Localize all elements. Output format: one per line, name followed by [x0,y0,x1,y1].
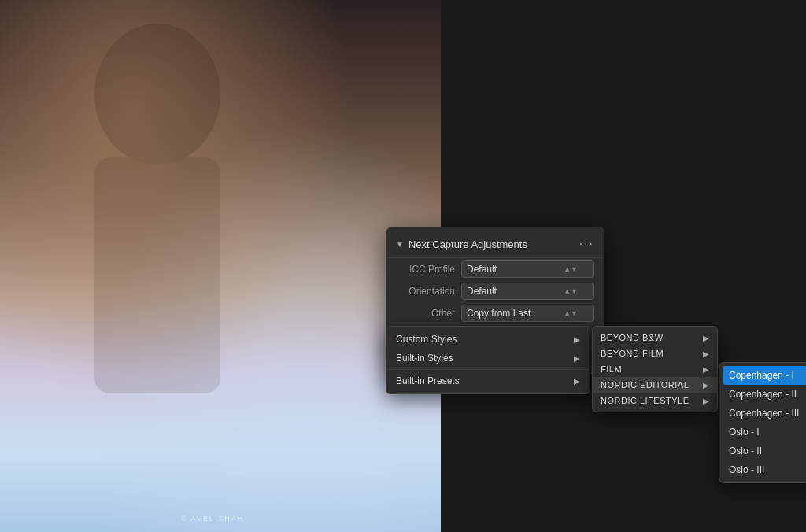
nordic-editorial-item[interactable]: NORDIC EDITORIAL ▶ [593,377,717,393]
beyond-film-item[interactable]: BEYOND FILM ▶ [593,345,717,361]
builtin-presets-label: Built-in Presets [396,375,460,386]
builtin-styles-arrow: ▶ [574,354,580,363]
panel-chevron-icon: ▼ [396,240,404,249]
icc-profile-row: ICC Profile Default ▲▼ [386,258,604,280]
orientation-value: Default [467,286,497,297]
nordic-editorial-submenu: Copenhagen - I Copenhagen - II Copenhage… [719,362,806,483]
beyond-bw-label: BEYOND B&W [601,333,664,342]
oslo-ii-item[interactable]: Oslo - II [721,441,806,460]
custom-styles-label: Custom Styles [396,334,457,345]
svg-rect-1 [94,157,220,393]
svg-point-0 [94,24,220,165]
nordic-lifestyle-label: NORDIC LIFESTYLE [601,396,690,405]
oslo-i-item[interactable]: Oslo - I [721,423,806,441]
nordic-lifestyle-arrow: ▶ [703,397,709,405]
beyond-film-arrow: ▶ [703,349,709,358]
orientation-select[interactable]: Default ▲▼ [461,283,594,300]
builtin-styles-submenu: BEYOND B&W ▶ BEYOND FILM ▶ FILM ▶ NORDIC… [592,326,718,412]
builtin-presets-arrow: ▶ [574,377,580,386]
orientation-label: Orientation [396,286,455,297]
copenhagen-i-label: Copenhagen - I [729,370,794,381]
icc-profile-arrows: ▲▼ [564,266,578,273]
builtin-presets-item[interactable]: Built-in Presets ▶ [386,371,590,390]
orientation-arrows: ▲▼ [564,288,578,295]
builtin-styles-item[interactable]: Built-in Styles ▶ [386,349,590,368]
photo-svg [0,0,441,532]
panel-header: ▼ Next Capture Adjustments ··· [386,234,604,258]
panel-more-button[interactable]: ··· [579,237,594,251]
oslo-i-label: Oslo - I [729,427,760,438]
custom-styles-item[interactable]: Custom Styles ▶ [386,330,590,349]
copenhagen-ii-label: Copenhagen - II [729,389,797,400]
oslo-iii-item[interactable]: Oslo - III [721,460,806,479]
copenhagen-iii-label: Copenhagen - III [729,408,799,419]
other-row: Other Copy from Last ▲▼ [386,302,604,324]
copenhagen-i-item[interactable]: Copenhagen - I [723,366,806,385]
other-label: Other [396,308,455,319]
other-arrows: ▲▼ [564,310,578,317]
nordic-lifestyle-item[interactable]: NORDIC LIFESTYLE ▶ [593,393,717,408]
copenhagen-ii-item[interactable]: Copenhagen - II [721,385,806,404]
beyond-bw-arrow: ▶ [703,334,709,342]
icc-profile-label: ICC Profile [396,264,455,275]
menu-divider [386,369,590,370]
copenhagen-iii-item[interactable]: Copenhagen - III [721,404,806,423]
photo-background [0,0,441,532]
oslo-iii-label: Oslo - III [729,464,764,475]
beyond-film-label: BEYOND FILM [601,349,664,358]
orientation-row: Orientation Default ▲▼ [386,280,604,302]
styles-menu-panel: Custom Styles ▶ Built-in Styles ▶ Built-… [386,326,590,394]
watermark: © AVEL SHAH [181,515,244,523]
other-select[interactable]: Copy from Last ▲▼ [461,305,594,322]
icc-profile-select[interactable]: Default ▲▼ [461,260,594,278]
panel-title: Next Capture Adjustments [409,238,527,250]
panel-title-row: ▼ Next Capture Adjustments [396,238,527,250]
custom-styles-arrow: ▶ [574,335,580,344]
icc-profile-value: Default [467,264,497,275]
film-label: FILM [601,364,622,374]
oslo-ii-label: Oslo - II [729,445,762,456]
nordic-editorial-arrow: ▶ [703,381,709,390]
nordic-editorial-label: NORDIC EDITORIAL [601,380,689,390]
film-arrow: ▶ [703,365,709,374]
builtin-styles-label: Built-in Styles [396,353,453,364]
beyond-bw-item[interactable]: BEYOND B&W ▶ [593,330,717,345]
other-value: Copy from Last [467,308,531,319]
film-item[interactable]: FILM ▶ [593,361,717,377]
